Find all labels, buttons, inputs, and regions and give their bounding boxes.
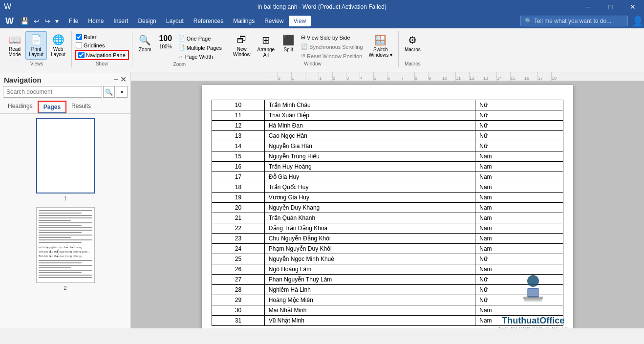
page-thumb-2[interactable]: in bài tập giáo dục thể chất trong... Tê…: [4, 207, 127, 291]
ruler-mark: 18: [551, 72, 565, 81]
search-options-button[interactable]: ▾: [116, 86, 128, 98]
row-num: 13: [212, 131, 265, 141]
row-name: Trần Minh Châu: [264, 100, 475, 110]
nav-minimize-icon[interactable]: −: [114, 75, 118, 84]
row-gender: Nữ: [475, 131, 563, 141]
table-row: 13 Cao Ngọc Hân Nữ: [212, 131, 563, 141]
arrange-all-icon: ⊞: [262, 34, 270, 46]
nav-pane-check[interactable]: [78, 52, 85, 58]
web-layout-button[interactable]: 🌐 WebLayout: [48, 32, 68, 59]
navigation-panel: Navigation − ✕ 🔍 ▾ Headings Pages Result…: [0, 72, 131, 328]
page-thumb-img-1: [36, 118, 95, 194]
menu-search[interactable]: 🔍 Tell me what you want to do...: [520, 16, 628, 26]
split-icon: ⬛: [282, 34, 295, 46]
nav-pages-list: 1: [0, 114, 130, 328]
menu-references[interactable]: References: [189, 16, 228, 26]
nav-panel-header: Navigation − ✕: [0, 72, 130, 86]
synchronous-scrolling-label: Synchronous Scrolling: [309, 44, 363, 50]
pages-tab[interactable]: Pages: [38, 101, 66, 113]
row-name: Vũ Nhật Minh: [264, 316, 475, 326]
zoom-label: Zoom: [139, 47, 151, 52]
menu-file[interactable]: File: [64, 16, 83, 26]
row-gender: Nam: [475, 244, 563, 254]
print-layout-button[interactable]: 📄 PrintLayout: [25, 31, 47, 60]
one-page-button[interactable]: 📄 One Page: [176, 34, 224, 43]
customize-button[interactable]: ▾: [54, 16, 60, 26]
reset-window-position-button[interactable]: ↺ Reset Window Position: [299, 52, 365, 60]
row-name: Vương Gia Huy: [264, 193, 475, 203]
svg-rect-2: [523, 297, 543, 300]
arrange-all-button[interactable]: ⊞ ArrangeAll: [255, 32, 278, 60]
multiple-pages-button[interactable]: 📑 Multiple Pages: [176, 43, 224, 52]
user-icon[interactable]: 👤: [632, 15, 644, 27]
ruler-mark: 11: [455, 72, 469, 81]
table-row: 23 Chu Nguyễn Đặng Khôi Nam: [212, 234, 563, 244]
row-num: 12: [212, 121, 265, 131]
document-area[interactable]: L 2 1 · 1 2 3 4 5 6 7 8 9 10 11 12 13 14…: [131, 72, 644, 328]
maximize-button[interactable]: □: [599, 0, 622, 14]
read-mode-button[interactable]: 📖 ReadMode: [5, 32, 24, 59]
minimize-button[interactable]: ─: [577, 0, 599, 14]
view-side-by-side-button[interactable]: ⊟ View Side by Side: [299, 33, 365, 42]
ruler-check[interactable]: [76, 34, 82, 40]
ruler-checkbox[interactable]: Ruler: [75, 33, 129, 41]
ruler-mark: 12: [469, 72, 483, 81]
page-width-button[interactable]: ↔ Page Width: [176, 53, 224, 61]
menu-layout[interactable]: Layout: [161, 16, 189, 26]
save-button[interactable]: 💾: [19, 16, 30, 26]
ruler-mark: 7: [401, 72, 414, 81]
menu-view[interactable]: View: [289, 16, 311, 26]
one-page-label: One Page: [187, 36, 211, 42]
table-row: 15 Nguyễn Trung Hiếu Nam: [212, 151, 563, 162]
zoom-100-button[interactable]: 100 100%: [156, 32, 175, 51]
menu-review[interactable]: Review: [259, 16, 288, 26]
row-num: 17: [212, 172, 265, 182]
nav-tabs: Headings Pages Results: [0, 101, 130, 114]
ruler-mark: 16: [524, 72, 537, 81]
gridlines-checkbox[interactable]: Gridlines: [75, 42, 129, 49]
menu-design[interactable]: Design: [133, 16, 161, 26]
ruler-mark: 13: [483, 72, 496, 81]
menu-mailings[interactable]: Mailings: [228, 16, 259, 26]
new-window-icon: 🗗: [237, 34, 247, 45]
search-input[interactable]: [3, 86, 102, 98]
macros-button[interactable]: ⚙ Macros: [402, 31, 424, 54]
row-gender: Nam: [475, 234, 563, 244]
results-tab[interactable]: Results: [66, 101, 96, 113]
arrange-all-label: ArrangeAll: [258, 47, 275, 58]
page-num-2: 2: [64, 285, 66, 291]
sync-scroll-icon: 🔄: [301, 43, 308, 50]
row-name: Trần Huy Hoàng: [264, 162, 475, 172]
gridlines-check[interactable]: [76, 42, 82, 48]
zoom-button[interactable]: 🔍 Zoom: [135, 32, 155, 54]
table-row: 14 Nguyễn Gia Hân Nữ: [212, 141, 563, 151]
menu-insert[interactable]: Insert: [108, 16, 133, 26]
nav-close-icon[interactable]: ✕: [120, 75, 127, 84]
switch-windows-button[interactable]: 🪟 SwitchWindows ▾: [366, 32, 395, 60]
title-bar: W in bai tieng anh - Word (Product Activ…: [0, 0, 644, 14]
row-num: 31: [212, 316, 265, 326]
search-button[interactable]: 🔍: [103, 86, 115, 98]
row-name: Hoàng Mộc Miên: [264, 295, 475, 305]
page-thumb-1[interactable]: 1: [4, 118, 127, 201]
new-window-button[interactable]: 🗗 NewWindow: [230, 32, 254, 59]
gridlines-label: Gridlines: [84, 43, 105, 48]
headings-tab[interactable]: Headings: [3, 101, 38, 113]
table-row: 16 Trần Huy Hoàng Nam: [212, 162, 563, 172]
print-layout-icon: 📄: [30, 34, 43, 45]
row-gender: Nam: [475, 162, 563, 172]
navigation-pane-checkbox[interactable]: Navigation Pane: [77, 51, 127, 59]
row-name: Mai Nhật Minh: [264, 305, 475, 316]
title-text: in bai tieng anh - Word (Product Activat…: [258, 3, 386, 10]
redo-button[interactable]: ↪: [43, 16, 52, 26]
close-button[interactable]: ✕: [622, 0, 644, 14]
undo-button[interactable]: ↩: [32, 16, 41, 26]
ruler-mark: 4: [360, 72, 373, 81]
row-name: Nguyễn Ngọc Minh Khuê: [264, 254, 475, 264]
row-gender: Nam: [475, 223, 563, 234]
synchronous-scrolling-button[interactable]: 🔄 Synchronous Scrolling: [299, 43, 365, 51]
row-gender: Nam: [475, 151, 563, 162]
split-button[interactable]: ⬛ Split: [279, 32, 298, 54]
row-num: 27: [212, 275, 265, 285]
menu-home[interactable]: Home: [83, 16, 108, 26]
